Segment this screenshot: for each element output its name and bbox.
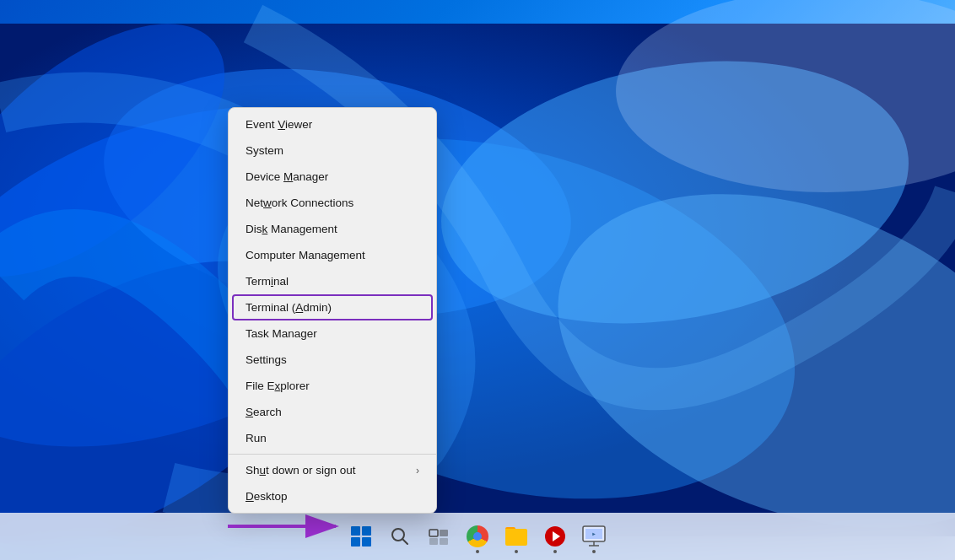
screen-app-button[interactable]: ▶ <box>575 518 612 555</box>
active-dot <box>553 550 557 553</box>
menu-item-label: Event Viewer <box>245 118 312 131</box>
task-view-icon <box>429 527 449 546</box>
search-taskbar-button[interactable] <box>381 518 418 555</box>
menu-item-label: Terminal (Admin) <box>245 301 332 314</box>
chrome-icon <box>467 525 488 547</box>
menu-item-shutdown[interactable]: Shut down or sign out › <box>229 457 436 483</box>
active-dot <box>476 550 479 553</box>
menu-item-search[interactable]: Search <box>229 399 436 425</box>
menu-item-label: System <box>245 144 283 157</box>
svg-line-10 <box>402 539 407 544</box>
search-icon <box>391 527 409 546</box>
menu-item-system[interactable]: System <box>229 137 436 164</box>
menu-item-label: Disk Management <box>245 223 337 235</box>
screen-icon: ▶ <box>582 525 606 547</box>
menu-item-task-manager[interactable]: Task Manager <box>229 320 436 347</box>
chrome-button[interactable] <box>459 518 496 555</box>
active-dot <box>515 550 518 553</box>
menu-item-settings[interactable]: Settings <box>229 347 436 373</box>
file-explorer-button[interactable] <box>498 518 535 555</box>
menu-item-label: Terminal <box>245 275 289 288</box>
app-red-button[interactable] <box>537 518 574 555</box>
menu-item-label: Computer Management <box>245 249 365 261</box>
menu-item-label: Device Manager <box>245 170 328 183</box>
menu-item-label: File Explorer <box>245 380 310 392</box>
menu-item-label: Desktop <box>245 490 288 503</box>
task-view-button[interactable] <box>420 518 457 555</box>
folder-icon <box>505 527 527 546</box>
menu-item-file-explorer[interactable]: File Explorer <box>229 373 436 399</box>
svg-rect-12 <box>440 530 448 536</box>
menu-item-terminal[interactable]: Terminal <box>229 268 436 294</box>
menu-item-network-connections[interactable]: Network Connections <box>229 190 436 216</box>
taskbar-icons: ▶ <box>343 518 612 555</box>
app-red-icon <box>544 525 566 547</box>
menu-item-run[interactable]: Run <box>229 425 436 451</box>
svg-text:▶: ▶ <box>592 530 596 536</box>
taskbar: ▶ <box>0 513 955 560</box>
menu-divider <box>229 454 436 455</box>
menu-item-label: Shut down or sign out <box>245 464 356 477</box>
menu-item-label: Search <box>245 406 282 418</box>
svg-rect-13 <box>429 538 438 545</box>
menu-item-device-manager[interactable]: Device Manager <box>229 164 436 190</box>
menu-item-disk-management[interactable]: Disk Management <box>229 216 436 242</box>
svg-rect-14 <box>440 538 448 545</box>
menu-item-terminal-admin[interactable]: Terminal (Admin) <box>232 294 433 320</box>
menu-item-label: Task Manager <box>245 327 317 340</box>
arrow-annotation <box>219 508 354 548</box>
menu-item-event-viewer[interactable]: Event Viewer <box>229 111 436 137</box>
menu-item-desktop[interactable]: Desktop <box>229 483 436 509</box>
context-menu: Event Viewer System Device Manager Netwo… <box>228 107 437 514</box>
menu-item-computer-management[interactable]: Computer Management <box>229 242 436 268</box>
menu-item-label: Settings <box>245 353 287 366</box>
submenu-chevron-icon: › <box>416 465 419 477</box>
background-swirl <box>0 0 955 560</box>
menu-item-label: Run <box>245 432 267 444</box>
svg-rect-11 <box>429 530 438 536</box>
active-dot <box>592 550 596 553</box>
desktop: Event Viewer System Device Manager Netwo… <box>0 0 955 560</box>
menu-item-label: Network Connections <box>245 197 353 209</box>
